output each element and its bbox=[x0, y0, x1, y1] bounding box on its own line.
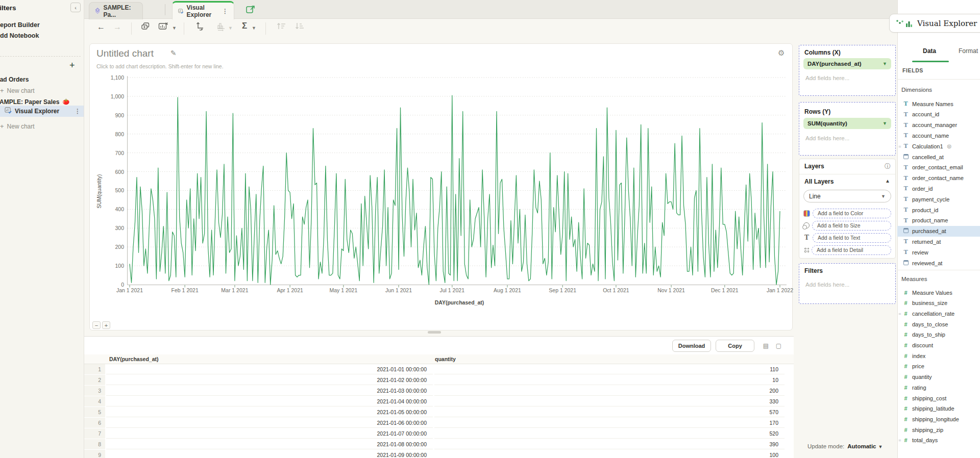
tab-sample-paper-sales[interactable]: SAMPLE: Pa... bbox=[89, 2, 143, 19]
collapse-chevron-icon[interactable]: ▲ bbox=[885, 178, 890, 184]
pill-caret-icon[interactable]: ▼ bbox=[883, 61, 887, 66]
aggregate-caret-icon[interactable]: ▼ bbox=[252, 26, 256, 31]
duplicate-icon[interactable] bbox=[141, 22, 150, 33]
panel-resize-handle[interactable] bbox=[428, 331, 441, 334]
field-quantity[interactable]: #quantity bbox=[897, 372, 980, 383]
line-chart-plot[interactable] bbox=[127, 76, 787, 288]
columns-x-dropzone[interactable]: Columns (X) DAY(purchased_at) ▼ Add fiel… bbox=[799, 45, 896, 96]
chart-zoom-out-button[interactable]: − bbox=[92, 321, 101, 329]
tab-format[interactable]: Format bbox=[959, 47, 978, 55]
field-product-name[interactable]: Tproduct_name bbox=[897, 215, 980, 226]
table-view-toggle-icon[interactable]: ▤ bbox=[762, 342, 770, 349]
rows-y-dropzone[interactable]: Rows (Y) SUM(quantity) ▼ Add fields here… bbox=[799, 102, 896, 156]
field-index[interactable]: #index bbox=[897, 350, 980, 361]
table-row[interactable]: 32021-01-03 00:00:00200 bbox=[84, 386, 794, 396]
add-field-text-slot[interactable]: Add a field to Text bbox=[813, 233, 891, 243]
table-row[interactable]: 92021-01-09 00:00:00100 bbox=[84, 450, 794, 458]
field-review[interactable]: Treview bbox=[897, 247, 980, 258]
field-price[interactable]: #price bbox=[897, 361, 980, 372]
table-row[interactable]: 42021-01-04 00:00:00330 bbox=[84, 396, 794, 407]
back-icon[interactable]: ← bbox=[97, 23, 105, 31]
chart-settings-gear-icon[interactable]: ⚙ bbox=[778, 48, 785, 58]
field-total-days[interactable]: =#total_days bbox=[897, 435, 980, 446]
field-measure-names[interactable]: TMeasure Names bbox=[897, 98, 980, 109]
mark-type-select[interactable]: Line ▼ bbox=[803, 190, 891, 202]
rows-y-field-pill[interactable]: SUM(quantity) ▼ bbox=[803, 118, 891, 129]
field-days-to-close[interactable]: #days_to_close bbox=[897, 319, 980, 329]
download-button[interactable]: Download bbox=[672, 340, 711, 352]
table-row[interactable]: 12021-01-01 00:00:00110 bbox=[84, 364, 794, 375]
x-tick-label: Nov 1 2021 bbox=[650, 287, 693, 293]
field-account-manager[interactable]: Taccount_manager bbox=[897, 120, 980, 131]
field-account-id[interactable]: Taccount_id bbox=[897, 109, 980, 120]
sidebar-item-new-chart[interactable]: +New chart bbox=[0, 121, 83, 132]
filters-dropzone[interactable]: Filters Add fields here... bbox=[799, 263, 896, 304]
field-payment-cycle[interactable]: Tpayment_cycle bbox=[897, 194, 980, 205]
copy-button[interactable]: Copy bbox=[716, 340, 754, 352]
table-row[interactable]: 52021-01-05 00:00:00570 bbox=[84, 407, 794, 418]
chart-title[interactable]: Untitled chart bbox=[96, 48, 154, 59]
field-days-to-ship[interactable]: #days_to_ship bbox=[897, 329, 980, 340]
chart-zoom-reset-button[interactable]: + bbox=[102, 321, 110, 329]
field-returned-at[interactable]: Treturned_at bbox=[897, 236, 980, 247]
sidebar-item-bad-orders[interactable]: Bad Orders bbox=[0, 74, 83, 85]
columns-x-field-pill[interactable]: DAY(purchased_at) ▼ bbox=[803, 58, 891, 69]
field-shipping-zip[interactable]: #shipping_zip bbox=[897, 424, 980, 435]
edit-title-pencil-icon[interactable]: ✎ bbox=[170, 49, 177, 57]
field-measure-values[interactable]: #Measure Values bbox=[897, 287, 980, 298]
tab-visual-explorer[interactable]: Visual Explorer ⋮ bbox=[172, 1, 234, 19]
tab-menu-icon[interactable]: ⋮ bbox=[222, 8, 228, 15]
field-discount[interactable]: #discount bbox=[897, 340, 980, 351]
field-shipping-latitude[interactable]: #shipping_latitude bbox=[897, 403, 980, 414]
field-cancelled-at[interactable]: cancelled_at bbox=[897, 151, 980, 162]
chart-menu-caret-icon[interactable]: ▼ bbox=[172, 26, 177, 31]
add-field-detail-slot[interactable]: Add a field to Detail bbox=[812, 245, 891, 255]
clear-chart-icon[interactable] bbox=[158, 22, 168, 33]
field-cancellation-rate[interactable]: =#cancellation_rate bbox=[897, 308, 980, 319]
layer-slot-detail: Add a field to Detail bbox=[803, 245, 891, 255]
field-order-contact-email[interactable]: Torder_contact_email bbox=[897, 162, 980, 173]
table-row[interactable]: 62021-01-06 00:00:00170 bbox=[84, 418, 794, 428]
field-account-name[interactable]: Taccount_name bbox=[897, 130, 980, 141]
field-shipping-longitude[interactable]: #shipping_longitude bbox=[897, 414, 980, 424]
sidebar-item-add-notebook[interactable]: Add Notebook bbox=[0, 30, 83, 41]
update-mode-control[interactable]: Update mode:Automatic▼ bbox=[807, 443, 883, 449]
layers-info-icon[interactable]: ⓘ bbox=[885, 162, 891, 171]
field-shipping-cost[interactable]: #shipping_cost bbox=[897, 393, 980, 403]
column-header-quantity[interactable]: quantity bbox=[435, 356, 456, 362]
sidebar-item-new-chart[interactable]: +New chart bbox=[0, 85, 83, 96]
sidebar-add-button[interactable]: + bbox=[69, 60, 75, 71]
chart-description-placeholder[interactable]: Click to add chart description. Shift-en… bbox=[96, 63, 224, 69]
column-header-day-purchased-at[interactable]: DAY(purchased_at) bbox=[109, 356, 158, 362]
number-field-icon: # bbox=[902, 416, 909, 422]
add-field-size-slot[interactable]: Add a field to Size bbox=[812, 221, 891, 231]
sort-ascending-icon[interactable] bbox=[276, 22, 286, 32]
forward-icon[interactable]: → bbox=[113, 23, 121, 31]
table-row[interactable]: 82021-01-08 00:00:00390 bbox=[84, 439, 794, 450]
expand-table-icon[interactable]: ▢ bbox=[774, 342, 783, 349]
field-reviewed-at[interactable]: reviewed_at bbox=[897, 258, 980, 268]
field-order-contact-name[interactable]: Torder_contact_name bbox=[897, 173, 980, 184]
field-rating[interactable]: #rating bbox=[897, 382, 980, 393]
swap-axes-icon[interactable] bbox=[195, 22, 204, 33]
tab-data[interactable]: Data bbox=[923, 47, 936, 55]
aggregate-sigma-icon[interactable]: Σ bbox=[242, 21, 247, 30]
field-product-id[interactable]: Tproduct_id bbox=[897, 205, 980, 215]
pill-caret-icon[interactable]: ▼ bbox=[883, 121, 887, 126]
sidebar-item-report-builder[interactable]: Report Builder bbox=[0, 19, 83, 30]
field-name: rating bbox=[912, 385, 926, 391]
table-row[interactable]: 22021-01-02 00:00:0010 bbox=[84, 375, 794, 386]
field-purchased-at[interactable]: purchased_at bbox=[897, 226, 980, 237]
y-tick-label: 100 bbox=[92, 263, 124, 269]
add-field-color-slot[interactable]: Add a field to Color bbox=[813, 209, 891, 218]
histogram-icon[interactable] bbox=[216, 22, 226, 33]
field-calculation1[interactable]: =TCalculation1◎ bbox=[897, 141, 980, 151]
table-row[interactable]: 72021-01-07 00:00:00520 bbox=[84, 428, 794, 439]
open-as-app-button[interactable] bbox=[246, 5, 256, 15]
sort-descending-icon[interactable] bbox=[295, 22, 305, 32]
field-order-id[interactable]: Torder_id bbox=[897, 183, 980, 194]
field-business-size[interactable]: #business_size bbox=[897, 298, 980, 309]
item-menu-icon[interactable]: ⋮ bbox=[75, 108, 81, 115]
sidebar-collapse-button[interactable]: ‹ bbox=[70, 3, 81, 12]
sidebar-item-visual-explorer[interactable]: Visual Explorer⋮ bbox=[0, 106, 84, 117]
